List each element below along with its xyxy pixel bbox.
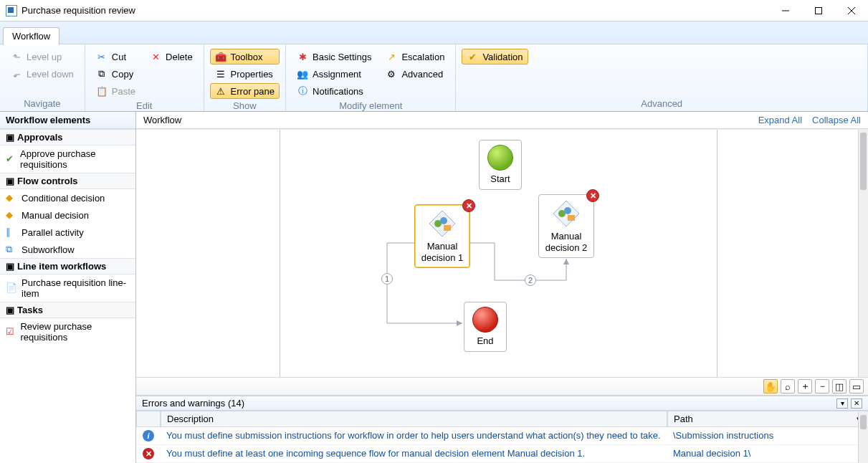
- window-title: Purchase requisition review: [22, 5, 769, 16]
- errors-close-button[interactable]: ✕: [851, 398, 862, 409]
- row-icon-cell: ✕: [136, 445, 161, 463]
- ribbon-group-edit: ✂Cut ⧉Copy 📋Paste ✕Delete Edit: [85, 44, 204, 111]
- delete-button[interactable]: ✕Delete: [145, 49, 198, 65]
- category-tasks-label: Tasks: [17, 305, 43, 315]
- col-path[interactable]: Path▾: [667, 411, 868, 427]
- errors-panel: Errors and warnings (14) ▾ ✕ Description…: [136, 395, 868, 463]
- basic-settings-button[interactable]: ✱Basic Settings: [292, 49, 376, 65]
- canvas-header: Workflow Expand All Collapse All: [136, 112, 868, 129]
- tool-purchase-requisition-line-item[interactable]: 📄Purchase requisition line-item: [0, 275, 135, 302]
- collapse-icon: ▣: [6, 261, 14, 272]
- info-icon: ⓘ: [297, 85, 308, 97]
- zoom-out-button[interactable]: －: [815, 379, 829, 393]
- canvas-scrollbar[interactable]: [858, 130, 868, 377]
- escalation-button[interactable]: ↗Escalation: [381, 49, 449, 65]
- canvas-area: Workflow Expand All Collapse All 1 2: [136, 112, 868, 463]
- error-pane-icon: ⚠: [215, 85, 226, 97]
- delete-icon: ✕: [150, 51, 161, 62]
- pan-tool-button[interactable]: ✋: [763, 379, 778, 393]
- col-path-label: Path: [674, 414, 693, 424]
- category-flow-controls[interactable]: ▣Flow controls: [0, 173, 135, 189]
- tool-subworkflow[interactable]: ⧉Subworkflow: [0, 241, 135, 258]
- fit-to-window-button[interactable]: ◫: [832, 379, 846, 393]
- tool-approve-purchase-requisitions[interactable]: ✔Approve purchase requisitions: [0, 145, 135, 173]
- copy-button[interactable]: ⧉Copy: [91, 66, 140, 82]
- paste-label: Paste: [112, 86, 135, 97]
- group-label-show: Show: [210, 99, 280, 113]
- tab-workflow[interactable]: Workflow: [3, 27, 59, 45]
- approve-icon: ✔: [6, 153, 16, 165]
- ribbon-tab-strip: Workflow: [0, 26, 868, 44]
- workflow-canvas[interactable]: 1 2 Start ✕ Manual decision 1 ✕ Manual d…: [136, 129, 868, 377]
- close-button[interactable]: [835, 0, 868, 22]
- svg-rect-11: [568, 215, 575, 221]
- category-tasks[interactable]: ▣Tasks: [0, 302, 135, 318]
- errors-scrollbar[interactable]: [858, 412, 868, 463]
- validation-button[interactable]: ✔Validation: [462, 49, 528, 65]
- maximize-button[interactable]: [802, 0, 835, 22]
- validation-icon: ✔: [467, 51, 478, 62]
- errors-panel-title-bar: Errors and warnings (14) ▾ ✕: [136, 396, 868, 411]
- col-icon[interactable]: [136, 411, 161, 427]
- asterisk-icon: ✱: [297, 51, 308, 62]
- notifications-button[interactable]: ⓘNotifications: [292, 83, 376, 99]
- manual-icon: ◆: [6, 209, 17, 221]
- people-icon: 👥: [297, 68, 308, 80]
- ribbon: ⬑ Level up ⬐ Level down Navigate ✂Cut ⧉C…: [0, 44, 868, 112]
- zoom-in-button[interactable]: ＋: [798, 379, 812, 393]
- tool-manual-decision[interactable]: ◆Manual decision: [0, 206, 135, 224]
- decision-diamond-icon: [552, 199, 581, 228]
- category-approvals[interactable]: ▣Approvals: [0, 129, 135, 145]
- canvas-mini-toolbar: ✋ ⌕ ＋ － ◫ ▭: [136, 377, 868, 395]
- errors-dropdown-button[interactable]: ▾: [836, 398, 848, 409]
- svg-rect-7: [444, 225, 451, 231]
- col-description[interactable]: Description: [161, 411, 667, 427]
- assignment-label: Assignment: [313, 69, 361, 80]
- cut-label: Cut: [112, 52, 126, 62]
- tool-parallel-label: Parallel activity: [22, 227, 84, 238]
- row-icon-cell: i: [136, 427, 161, 445]
- tool-conditional-label: Conditional decision: [22, 193, 105, 204]
- app-icon: [6, 5, 17, 16]
- decision-diamond-icon: [428, 209, 457, 238]
- paste-icon: 📋: [96, 85, 108, 97]
- main-body: Workflow elements ▣Approvals ✔Approve pu…: [0, 112, 868, 463]
- paste-button: 📋Paste: [91, 83, 140, 99]
- level-up-icon: ⬑: [11, 51, 22, 62]
- node-end[interactable]: End: [464, 302, 507, 352]
- group-label-navigate: Navigate: [6, 97, 79, 111]
- properties-label: Properties: [231, 69, 273, 80]
- end-icon: [472, 307, 498, 333]
- tool-conditional-decision[interactable]: ◆Conditional decision: [0, 189, 135, 206]
- toolbox-button[interactable]: 🧰Toolbox: [210, 49, 280, 65]
- actual-size-button[interactable]: ▭: [849, 379, 864, 393]
- tool-parallel-activity[interactable]: ∥Parallel activity: [0, 224, 135, 241]
- node-start[interactable]: Start: [479, 140, 522, 190]
- toolbox-icon: 🧰: [215, 51, 226, 62]
- arrowhead-icon: [563, 259, 569, 264]
- error-icon: ✕: [143, 448, 154, 459]
- copy-label: Copy: [112, 69, 133, 80]
- node-manual-decision-2[interactable]: ✕ Manual decision 2: [538, 194, 594, 258]
- node-manual-decision-1[interactable]: ✕ Manual decision 1: [414, 204, 470, 268]
- advanced-button[interactable]: ⚙Advanced: [381, 66, 449, 82]
- connector-badge-1: 1: [381, 273, 393, 285]
- error-pane-button[interactable]: ⚠Error pane: [210, 83, 280, 99]
- cut-button[interactable]: ✂Cut: [91, 49, 140, 65]
- basic-settings-label: Basic Settings: [313, 52, 371, 62]
- diamond-icon: ◆: [6, 192, 17, 204]
- advanced-label: Advanced: [401, 69, 443, 80]
- tool-review-purchase-requisitions[interactable]: ☑Review purchase requisitions: [0, 318, 135, 345]
- minimize-button[interactable]: [769, 0, 802, 22]
- row-path: \Submission instructions: [667, 427, 868, 445]
- properties-button[interactable]: ☰Properties: [210, 66, 280, 82]
- category-line-item-workflows[interactable]: ▣Line item workflows: [0, 258, 135, 275]
- tool-manual-label: Manual decision: [22, 210, 89, 221]
- level-up-button: ⬑ Level up: [6, 49, 79, 65]
- zoom-select-button[interactable]: ⌕: [781, 379, 795, 393]
- error-badge-icon: ✕: [462, 199, 475, 212]
- collapse-all-link[interactable]: Collapse All: [812, 115, 861, 125]
- ribbon-group-navigate: ⬑ Level up ⬐ Level down Navigate: [0, 44, 85, 111]
- assignment-button[interactable]: 👥Assignment: [292, 66, 376, 82]
- expand-all-link[interactable]: Expand All: [758, 115, 802, 125]
